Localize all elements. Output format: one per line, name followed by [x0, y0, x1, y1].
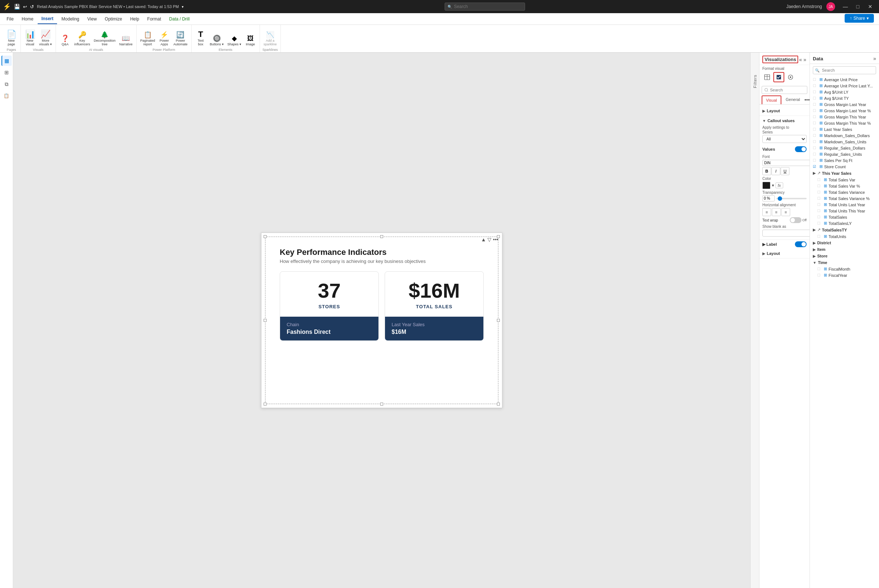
data-item-markdown-dollars[interactable]: ☐ ⊞ Markdown_Sales_Dollars	[810, 132, 879, 139]
menu-optimize[interactable]: Optimize	[101, 14, 126, 24]
data-group-store[interactable]: ▶ Store	[810, 253, 879, 259]
slider-thumb[interactable]	[778, 196, 782, 201]
data-item-fiscal-year[interactable]: ☐ ⊞ FiscalYear	[810, 272, 879, 278]
bold-button[interactable]: B	[762, 167, 771, 175]
viz-callout-header[interactable]: ▼ Callout values	[762, 117, 807, 124]
values-toggle-control[interactable]: On	[795, 146, 807, 152]
data-item-store-count[interactable]: ☑ ⊞ Store Count	[810, 164, 879, 170]
visual-filter-icon[interactable]: ▽	[488, 237, 491, 243]
data-item-total-sales-var-pct[interactable]: ☐ ⊞ Total Sales Var %	[810, 183, 879, 189]
menu-insert[interactable]: Insert	[38, 14, 57, 24]
minimize-button[interactable]: —	[840, 2, 851, 12]
sidebar-table-button[interactable]: ⊞	[2, 67, 12, 78]
resize-handle-mr[interactable]	[497, 319, 500, 322]
decomposition-tree-button[interactable]: 🌲 Decompositiontree	[93, 30, 117, 47]
data-item-total-units-ly[interactable]: ☐ ⊞ Total Units Last Year	[810, 201, 879, 208]
visual-format-active-icon[interactable]	[773, 72, 784, 82]
undo-icon[interactable]: ↩	[23, 4, 27, 9]
menu-help[interactable]: Help	[126, 14, 143, 24]
align-right-button[interactable]: ≡	[782, 208, 790, 216]
text-box-button[interactable]: T Textbox	[194, 29, 208, 47]
viz-label-header[interactable]: ▶ Label On	[762, 242, 807, 247]
transparency-slider[interactable]	[776, 198, 807, 199]
title-dropdown-icon[interactable]: ▾	[182, 5, 183, 9]
menu-view[interactable]: View	[84, 14, 100, 24]
data-item-total-sales-var[interactable]: ☐ ⊞ Total Sales Var	[810, 177, 879, 183]
new-page-button[interactable]: 📄 Newpage	[4, 29, 18, 47]
label-toggle[interactable]: On	[795, 242, 807, 247]
data-item-avg-unit-price[interactable]: ☐ ⊞ Average Unit Price	[810, 76, 879, 82]
search-input[interactable]	[445, 3, 525, 10]
color-fx-button[interactable]: fx	[776, 183, 783, 188]
viz-collapse-button[interactable]: «	[798, 56, 802, 63]
color-dropdown-arrow[interactable]: ▾	[772, 183, 774, 188]
analytics-format-icon[interactable]	[785, 72, 796, 82]
restore-button[interactable]: □	[852, 2, 864, 12]
resize-handle-br[interactable]	[497, 403, 500, 405]
data-item-totalsalesly[interactable]: ☐ ⊞ TotalSalesLY	[810, 220, 879, 226]
data-group-ty-sales[interactable]: ▶ ↗ This Year Sales	[810, 170, 879, 177]
filters-label[interactable]: Filters	[753, 75, 757, 88]
shapes-button[interactable]: ◆ Shapes ▾	[226, 34, 243, 47]
table-format-icon[interactable]	[762, 72, 772, 82]
menu-home[interactable]: Home	[18, 14, 37, 24]
resize-handle-ml[interactable]	[264, 319, 267, 322]
data-item-avg-unit-ty[interactable]: ☐ ⊞ Avg $/Unit TY	[810, 95, 879, 101]
resize-handle-bm[interactable]	[380, 403, 383, 405]
new-visual-button[interactable]: 📊 Newvisual	[23, 29, 37, 47]
data-item-totalunits[interactable]: ☐ ⊞ TotalUnits	[810, 233, 879, 240]
power-automate-button[interactable]: 🔄 PowerAutomate	[172, 30, 189, 47]
underline-button[interactable]: U	[781, 167, 789, 175]
viz-layout-bottom-header[interactable]: ▶ Layout	[762, 250, 807, 257]
visual-warning-icon[interactable]: ▲	[481, 237, 486, 243]
values-toggle[interactable]: On	[795, 146, 807, 152]
viz-search-input[interactable]	[762, 86, 807, 94]
image-button[interactable]: 🖼 Image	[243, 34, 257, 47]
resize-handle-bl[interactable]	[264, 403, 267, 405]
data-group-time[interactable]: ▼ Time	[810, 259, 879, 266]
data-item-gm-ty[interactable]: ☐ ⊞ Gross Margin This Year	[810, 114, 879, 120]
paginated-report-button[interactable]: 📋 Paginatedreport	[139, 30, 157, 47]
sidebar-bar-chart-button[interactable]: ▦	[2, 56, 12, 66]
data-item-gm-ty-pct[interactable]: ☐ ⊞ Gross Margin This Year %	[810, 120, 879, 126]
transparency-input[interactable]	[762, 195, 775, 201]
data-search-input[interactable]	[813, 66, 876, 74]
viz-tab-more[interactable]: •••	[804, 97, 810, 103]
italic-button[interactable]: I	[771, 167, 780, 175]
data-group-district[interactable]: ▶ District	[810, 240, 879, 246]
canvas-page[interactable]: ▲ ▽ ••• Key Performance Indicators How e…	[261, 232, 502, 408]
buttons-button[interactable]: 🔘 Buttons ▾	[208, 34, 225, 47]
viz-layout-header[interactable]: ▶ Layout	[762, 108, 807, 114]
key-influencers-button[interactable]: 🔑 Keyinfluencers	[73, 30, 92, 47]
data-item-avg-unit-price-ly[interactable]: ☐ ⊞ Average Unit Price Last Y...	[810, 82, 879, 89]
data-item-fiscal-month[interactable]: ☐ ⊞ FiscalMonth	[810, 266, 879, 272]
power-apps-button[interactable]: ⚡ PowerApps	[157, 30, 171, 47]
color-swatch[interactable]	[762, 182, 770, 189]
label-toggle-control[interactable]: On	[795, 242, 807, 247]
qna-button[interactable]: ❓ Q&A	[58, 34, 72, 47]
menu-modeling[interactable]: Modeling	[58, 14, 83, 24]
resize-handle-tm[interactable]	[380, 235, 383, 238]
font-name-input[interactable]	[762, 160, 810, 166]
data-item-avg-unit-ly[interactable]: ☐ ⊞ Avg $/Unit LY	[810, 89, 879, 95]
data-item-gm-ly-pct[interactable]: ☐ ⊞ Gross Margin Last Year %	[810, 108, 879, 114]
more-visuals-button[interactable]: 📈 Morevisuals ▾	[38, 29, 53, 47]
data-item-gm-ly[interactable]: ☐ ⊞ Gross Margin Last Year	[810, 101, 879, 108]
menu-format[interactable]: Format	[144, 14, 165, 24]
close-button[interactable]: ✕	[864, 2, 876, 12]
menu-data-drill[interactable]: Data / Drill	[166, 14, 194, 24]
series-select[interactable]: All	[762, 135, 807, 143]
text-wrap-toggle-control[interactable]	[790, 217, 801, 223]
data-item-totalsales[interactable]: ☐ ⊞ TotalSales	[810, 214, 879, 220]
share-button[interactable]: ↑ Share ▾	[844, 14, 874, 22]
resize-handle-tl[interactable]	[264, 235, 267, 238]
visual-more-icon[interactable]: •••	[493, 237, 498, 243]
menu-file[interactable]: File	[3, 14, 17, 24]
data-item-total-units-ty[interactable]: ☐ ⊞ Total Units This Year	[810, 208, 879, 214]
align-left-button[interactable]: ≡	[762, 208, 771, 216]
show-blank-input[interactable]	[762, 230, 810, 237]
save-icon[interactable]: 💾	[14, 4, 20, 9]
filters-sidebar[interactable]: Filters	[750, 52, 759, 588]
data-item-markdown-units[interactable]: ☐ ⊞ Markdown_Sales_Units	[810, 139, 879, 145]
align-center-button[interactable]: ≡	[772, 208, 781, 216]
